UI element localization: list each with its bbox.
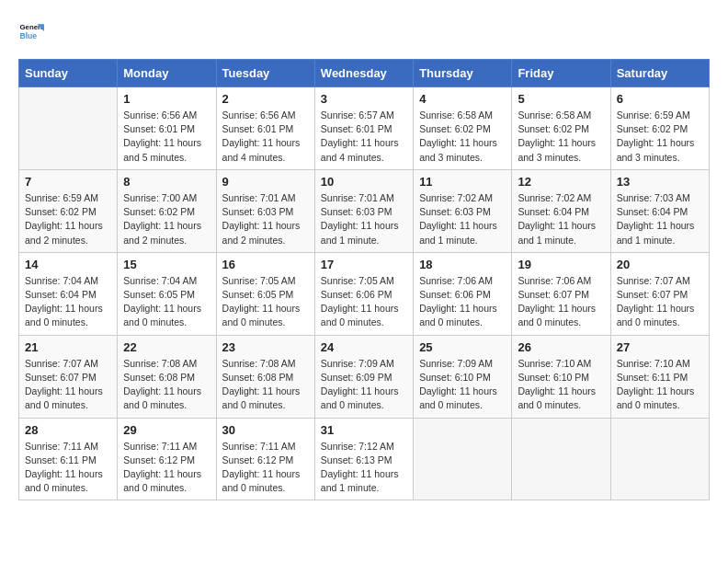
logo: General Blue xyxy=(18,18,48,44)
day-number: 26 xyxy=(518,340,604,354)
calendar-cell: 7Sunrise: 6:59 AM Sunset: 6:02 PM Daylig… xyxy=(19,169,118,252)
day-info: Sunrise: 7:11 AM Sunset: 6:12 PM Dayligh… xyxy=(222,440,309,496)
calendar-cell: 25Sunrise: 7:09 AM Sunset: 6:10 PM Dayli… xyxy=(414,335,512,418)
calendar-cell: 31Sunrise: 7:12 AM Sunset: 6:13 PM Dayli… xyxy=(314,418,413,500)
day-number: 25 xyxy=(419,340,506,354)
day-number: 19 xyxy=(518,258,604,271)
day-number: 4 xyxy=(419,92,506,106)
day-number: 11 xyxy=(419,175,506,189)
calendar-cell: 15Sunrise: 7:04 AM Sunset: 6:05 PM Dayli… xyxy=(118,252,216,335)
weekday-header: Wednesday xyxy=(314,60,413,87)
day-info: Sunrise: 7:09 AM Sunset: 6:09 PM Dayligh… xyxy=(321,357,407,413)
day-info: Sunrise: 7:04 AM Sunset: 6:04 PM Dayligh… xyxy=(25,274,111,330)
day-info: Sunrise: 7:01 AM Sunset: 6:03 PM Dayligh… xyxy=(222,191,309,247)
calendar-cell: 3Sunrise: 6:57 AM Sunset: 6:01 PM Daylig… xyxy=(314,87,413,170)
calendar-cell: 10Sunrise: 7:01 AM Sunset: 6:03 PM Dayli… xyxy=(314,169,413,252)
calendar-cell: 9Sunrise: 7:01 AM Sunset: 6:03 PM Daylig… xyxy=(216,169,314,252)
day-info: Sunrise: 7:01 AM Sunset: 6:03 PM Dayligh… xyxy=(321,191,407,247)
calendar-cell xyxy=(414,418,512,500)
calendar-cell: 22Sunrise: 7:08 AM Sunset: 6:08 PM Dayli… xyxy=(118,335,216,418)
svg-text:Blue: Blue xyxy=(20,31,38,40)
weekday-header: Monday xyxy=(118,60,216,87)
day-number: 13 xyxy=(617,175,703,189)
day-number: 6 xyxy=(617,92,703,106)
day-info: Sunrise: 7:07 AM Sunset: 6:07 PM Dayligh… xyxy=(25,357,111,413)
calendar-cell: 6Sunrise: 6:59 AM Sunset: 6:02 PM Daylig… xyxy=(610,87,709,170)
calendar-table: SundayMondayTuesdayWednesdayThursdayFrid… xyxy=(18,59,710,500)
day-info: Sunrise: 7:11 AM Sunset: 6:11 PM Dayligh… xyxy=(25,440,111,496)
day-number: 10 xyxy=(321,175,407,189)
day-info: Sunrise: 7:06 AM Sunset: 6:06 PM Dayligh… xyxy=(419,274,506,330)
day-number: 9 xyxy=(222,175,309,189)
day-info: Sunrise: 6:58 AM Sunset: 6:02 PM Dayligh… xyxy=(419,109,506,165)
day-info: Sunrise: 6:59 AM Sunset: 6:02 PM Dayligh… xyxy=(617,109,703,165)
calendar-cell: 12Sunrise: 7:02 AM Sunset: 6:04 PM Dayli… xyxy=(512,169,610,252)
day-number: 17 xyxy=(321,258,407,271)
day-info: Sunrise: 6:56 AM Sunset: 6:01 PM Dayligh… xyxy=(222,109,309,165)
day-number: 28 xyxy=(25,423,111,437)
calendar-cell: 24Sunrise: 7:09 AM Sunset: 6:09 PM Dayli… xyxy=(314,335,413,418)
calendar-cell: 23Sunrise: 7:08 AM Sunset: 6:08 PM Dayli… xyxy=(216,335,314,418)
day-number: 2 xyxy=(222,92,309,106)
calendar-cell: 26Sunrise: 7:10 AM Sunset: 6:10 PM Dayli… xyxy=(512,335,610,418)
day-number: 24 xyxy=(321,340,407,354)
calendar-cell: 14Sunrise: 7:04 AM Sunset: 6:04 PM Dayli… xyxy=(19,252,118,335)
day-info: Sunrise: 7:02 AM Sunset: 6:03 PM Dayligh… xyxy=(419,191,506,247)
day-number: 3 xyxy=(321,92,407,106)
day-info: Sunrise: 7:12 AM Sunset: 6:13 PM Dayligh… xyxy=(321,440,407,496)
weekday-header: Thursday xyxy=(414,60,512,87)
calendar-cell: 27Sunrise: 7:10 AM Sunset: 6:11 PM Dayli… xyxy=(610,335,709,418)
calendar-cell: 21Sunrise: 7:07 AM Sunset: 6:07 PM Dayli… xyxy=(19,335,118,418)
calendar-cell: 17Sunrise: 7:05 AM Sunset: 6:06 PM Dayli… xyxy=(314,252,413,335)
day-info: Sunrise: 7:08 AM Sunset: 6:08 PM Dayligh… xyxy=(222,357,309,413)
day-info: Sunrise: 7:06 AM Sunset: 6:07 PM Dayligh… xyxy=(518,274,604,330)
calendar-cell xyxy=(610,418,709,500)
day-info: Sunrise: 7:11 AM Sunset: 6:12 PM Dayligh… xyxy=(123,440,210,496)
day-number: 16 xyxy=(222,258,309,271)
day-number: 29 xyxy=(123,423,210,437)
calendar-cell: 2Sunrise: 6:56 AM Sunset: 6:01 PM Daylig… xyxy=(216,87,314,170)
day-number: 14 xyxy=(25,258,111,271)
day-number: 23 xyxy=(222,340,309,354)
calendar-cell: 19Sunrise: 7:06 AM Sunset: 6:07 PM Dayli… xyxy=(512,252,610,335)
calendar-cell: 29Sunrise: 7:11 AM Sunset: 6:12 PM Dayli… xyxy=(118,418,216,500)
day-number: 15 xyxy=(123,258,210,271)
day-info: Sunrise: 7:09 AM Sunset: 6:10 PM Dayligh… xyxy=(419,357,506,413)
day-number: 18 xyxy=(419,258,506,271)
day-info: Sunrise: 7:05 AM Sunset: 6:05 PM Dayligh… xyxy=(222,274,309,330)
calendar-cell: 20Sunrise: 7:07 AM Sunset: 6:07 PM Dayli… xyxy=(610,252,709,335)
day-info: Sunrise: 7:07 AM Sunset: 6:07 PM Dayligh… xyxy=(617,274,703,330)
day-info: Sunrise: 7:03 AM Sunset: 6:04 PM Dayligh… xyxy=(617,191,703,247)
day-number: 5 xyxy=(518,92,604,106)
day-info: Sunrise: 7:10 AM Sunset: 6:10 PM Dayligh… xyxy=(518,357,604,413)
calendar-cell: 11Sunrise: 7:02 AM Sunset: 6:03 PM Dayli… xyxy=(414,169,512,252)
weekday-header: Saturday xyxy=(610,60,709,87)
day-info: Sunrise: 7:05 AM Sunset: 6:06 PM Dayligh… xyxy=(321,274,407,330)
day-info: Sunrise: 6:59 AM Sunset: 6:02 PM Dayligh… xyxy=(25,191,111,247)
day-number: 1 xyxy=(123,92,210,106)
calendar-cell: 28Sunrise: 7:11 AM Sunset: 6:11 PM Dayli… xyxy=(19,418,118,500)
calendar-cell: 4Sunrise: 6:58 AM Sunset: 6:02 PM Daylig… xyxy=(414,87,512,170)
weekday-header: Friday xyxy=(512,60,610,87)
day-number: 8 xyxy=(123,175,210,189)
calendar-cell: 5Sunrise: 6:58 AM Sunset: 6:02 PM Daylig… xyxy=(512,87,610,170)
day-number: 21 xyxy=(25,340,111,354)
calendar-cell: 30Sunrise: 7:11 AM Sunset: 6:12 PM Dayli… xyxy=(216,418,314,500)
calendar-cell: 16Sunrise: 7:05 AM Sunset: 6:05 PM Dayli… xyxy=(216,252,314,335)
weekday-header: Sunday xyxy=(19,60,118,87)
day-info: Sunrise: 7:10 AM Sunset: 6:11 PM Dayligh… xyxy=(617,357,703,413)
day-info: Sunrise: 7:04 AM Sunset: 6:05 PM Dayligh… xyxy=(123,274,210,330)
calendar-cell: 13Sunrise: 7:03 AM Sunset: 6:04 PM Dayli… xyxy=(610,169,709,252)
weekday-header: Tuesday xyxy=(216,60,314,87)
day-info: Sunrise: 7:02 AM Sunset: 6:04 PM Dayligh… xyxy=(518,191,604,247)
day-number: 12 xyxy=(518,175,604,189)
day-info: Sunrise: 6:58 AM Sunset: 6:02 PM Dayligh… xyxy=(518,109,604,165)
calendar-cell: 18Sunrise: 7:06 AM Sunset: 6:06 PM Dayli… xyxy=(414,252,512,335)
day-info: Sunrise: 6:57 AM Sunset: 6:01 PM Dayligh… xyxy=(321,109,407,165)
calendar-cell xyxy=(19,87,118,170)
day-number: 7 xyxy=(25,175,111,189)
day-info: Sunrise: 6:56 AM Sunset: 6:01 PM Dayligh… xyxy=(123,109,210,165)
day-number: 20 xyxy=(617,258,703,271)
day-number: 31 xyxy=(321,423,407,437)
day-number: 27 xyxy=(617,340,703,354)
